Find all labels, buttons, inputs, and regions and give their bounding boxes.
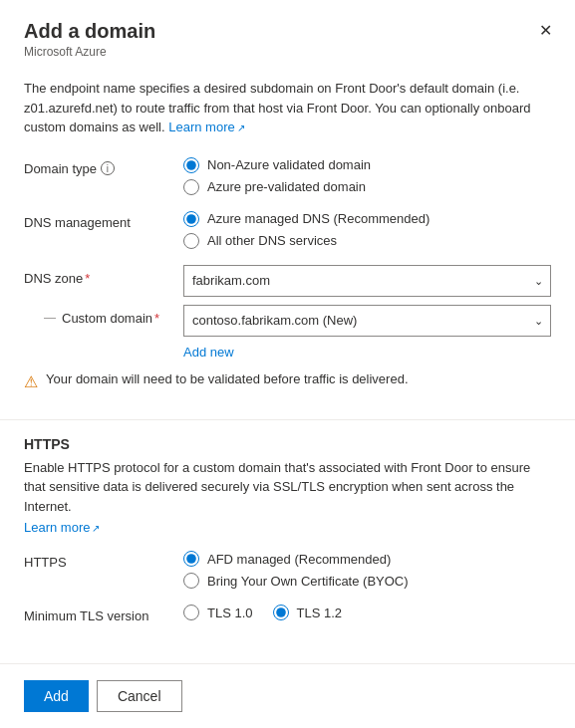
dns-management-radio-other[interactable] xyxy=(183,233,199,249)
dns-management-option-azure[interactable]: Azure managed DNS (Recommended) xyxy=(183,211,551,227)
dns-zone-row: DNS zone* fabrikam.com ⌄ xyxy=(24,265,551,297)
https-description: Enable HTTPS protocol for a custom domai… xyxy=(24,458,551,517)
https-learn-more-link[interactable]: Learn more↗ xyxy=(24,520,100,535)
dns-management-controls: Azure managed DNS (Recommended) All othe… xyxy=(183,211,551,249)
domain-type-radio-azure[interactable] xyxy=(183,179,199,195)
https-radio-byoc[interactable] xyxy=(183,573,199,589)
dns-management-row: DNS management Azure managed DNS (Recomm… xyxy=(24,211,551,249)
https-section: HTTPS Enable HTTPS protocol for a custom… xyxy=(24,436,551,536)
dialog-title: Add a domain xyxy=(24,20,551,43)
https-option-byoc[interactable]: Bring Your Own Certificate (BYOC) xyxy=(183,573,551,589)
https-external-link-icon: ↗ xyxy=(92,523,100,534)
tls-radio-1-2[interactable] xyxy=(273,605,289,620)
dns-management-radio-azure[interactable] xyxy=(183,211,199,227)
custom-domain-row: Custom domain* contoso.fabrikam.com (New… xyxy=(24,305,551,337)
https-radio-afd-managed[interactable] xyxy=(183,551,199,567)
domain-type-controls: Non-Azure validated domain Azure pre-val… xyxy=(183,157,551,195)
domain-type-info-icon[interactable]: i xyxy=(101,161,115,175)
domain-type-row: Domain type i Non-Azure validated domain… xyxy=(24,157,551,195)
https-field-row: HTTPS AFD managed (Recommended) Bring Yo… xyxy=(24,551,551,589)
add-new-link[interactable]: Add new xyxy=(183,345,234,360)
dns-management-option-other[interactable]: All other DNS services xyxy=(183,233,551,249)
tls-version-label: Minimum TLS version xyxy=(24,605,183,623)
tls-option-1-0[interactable]: TLS 1.0 xyxy=(183,605,253,620)
external-link-icon: ↗ xyxy=(237,122,245,133)
tls-version-row: Minimum TLS version TLS 1.0 TLS 1.2 xyxy=(24,605,551,623)
dns-zone-select-wrapper: fabrikam.com ⌄ xyxy=(183,265,551,297)
tls-version-controls: TLS 1.0 TLS 1.2 xyxy=(183,605,551,620)
add-domain-dialog: Add a domain Microsoft Azure ✕ The endpo… xyxy=(0,0,575,728)
custom-domain-select-wrapper: contoso.fabrikam.com (New) ⌄ xyxy=(183,305,551,337)
add-button[interactable]: Add xyxy=(24,680,89,712)
description-learn-more-link[interactable]: Learn more↗ xyxy=(168,120,244,134)
tls-option-1-2[interactable]: TLS 1.2 xyxy=(273,605,343,620)
close-button[interactable]: ✕ xyxy=(531,16,559,44)
cancel-button[interactable]: Cancel xyxy=(97,680,182,712)
https-field-controls: AFD managed (Recommended) Bring Your Own… xyxy=(183,551,551,589)
warning-icon: ⚠ xyxy=(24,372,38,391)
description-content: The endpoint name specifies a desired su… xyxy=(24,81,531,134)
custom-domain-required: * xyxy=(154,311,159,326)
custom-domain-select[interactable]: contoso.fabrikam.com (New) xyxy=(183,305,551,337)
https-field-label: HTTPS xyxy=(24,551,183,570)
https-option-afd-managed[interactable]: AFD managed (Recommended) xyxy=(183,551,551,567)
custom-domain-label: Custom domain* xyxy=(44,305,183,326)
warning-box: ⚠ Your domain will need to be validated … xyxy=(24,360,551,403)
dialog-subtitle: Microsoft Azure xyxy=(24,45,551,59)
domain-type-radio-non-azure[interactable] xyxy=(183,157,199,173)
domain-type-option-non-azure[interactable]: Non-Azure validated domain xyxy=(183,157,551,173)
description-text: The endpoint name specifies a desired su… xyxy=(24,79,551,137)
dns-zone-select[interactable]: fabrikam.com xyxy=(183,265,551,297)
dialog-header: Add a domain Microsoft Azure ✕ xyxy=(0,0,575,67)
https-title: HTTPS xyxy=(24,436,551,452)
warning-text: Your domain will need to be validated be… xyxy=(46,371,409,386)
section-divider xyxy=(0,419,575,420)
domain-type-option-azure[interactable]: Azure pre-validated domain xyxy=(183,179,551,195)
dns-zone-label: DNS zone* xyxy=(24,265,183,286)
dns-zone-required: * xyxy=(85,271,90,286)
dialog-body: The endpoint name specifies a desired su… xyxy=(0,67,575,663)
dialog-footer: Add Cancel xyxy=(0,663,575,728)
tls-radio-1-0[interactable] xyxy=(183,605,199,620)
dns-management-label: DNS management xyxy=(24,211,183,230)
domain-type-label: Domain type i xyxy=(24,157,183,176)
